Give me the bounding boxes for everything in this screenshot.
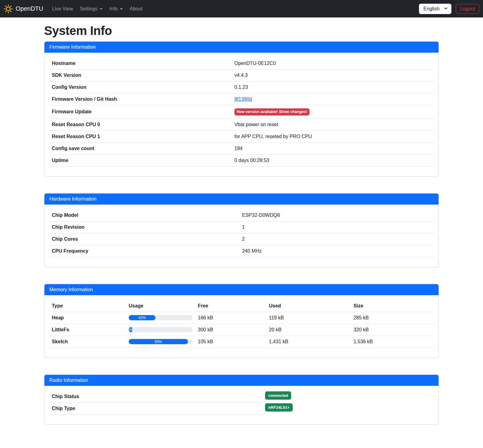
usage-progress-bar: 6% (129, 327, 132, 332)
table-row: SDK Versionv4.4.3 (49, 70, 434, 81)
nav-item-label: Info (109, 6, 118, 11)
chevron-down-icon (444, 6, 448, 12)
memory-card-body: TypeUsageFreeUsedSize Heap42%166 kB119 k… (44, 295, 439, 358)
row-value: 240 MHz (240, 245, 434, 257)
badge-cell: connected (264, 391, 291, 400)
nav-item-label: Settings (80, 6, 97, 11)
firmware-card-body: HostnameOpenDTU-0E12C0SDK Versionv4.4.3C… (44, 53, 439, 176)
size-cell: 1,536 kB (351, 336, 434, 348)
chip-status-badge: connected (265, 391, 291, 400)
firmware-update-badge[interactable]: New version available! Show changes! (234, 108, 310, 115)
language-select-value: English (424, 6, 439, 11)
usage-progress-bar: 93% (129, 339, 188, 344)
table-row: Reset Reason CPU 1for APP CPU, reseted b… (49, 130, 434, 142)
memory-table: TypeUsageFreeUsedSize Heap42%166 kB119 k… (49, 300, 434, 348)
usage-progress-label: 42% (138, 316, 146, 320)
radio-info-card: Radio Information Chip StatusconnectedCh… (44, 375, 439, 425)
chip-type-badge: nRF24L01+ (265, 403, 293, 412)
table-row: Chip Cores2 (49, 233, 434, 245)
row-label: Reset Reason CPU 1 (49, 130, 232, 142)
main-content: System Info Firmware Information Hostnam… (44, 24, 439, 425)
row-label: Hostname (49, 58, 232, 70)
nav-item-label: About (130, 6, 143, 11)
language-select[interactable]: English (419, 4, 451, 14)
free-cell: 166 kB (196, 312, 267, 324)
free-cell: 105 kB (196, 336, 267, 348)
table-row: Chip TypenRF24L01+ (49, 403, 434, 415)
nav-menu: Live ViewSettingsInfoAbout (49, 6, 146, 12)
memory-column-header: Type (49, 300, 126, 312)
memory-column-header: Size (351, 300, 434, 312)
git-hash-link[interactable]: 8f1390d (234, 96, 252, 102)
firmware-info-card: Firmware Information HostnameOpenDTU-0E1… (44, 41, 439, 177)
row-value: 1 (240, 221, 434, 233)
radio-table: Chip StatusconnectedChip TypenRF24L01+ (49, 391, 434, 415)
brand-link[interactable]: OpenDTU (4, 3, 43, 15)
chevron-down-icon (120, 8, 123, 10)
row-value: for APP CPU, reseted by PRO CPU (232, 130, 434, 142)
table-row: HostnameOpenDTU-0E12C0 (49, 58, 434, 70)
table-row: Config save count194 (49, 142, 434, 154)
usage-cell: 6% (126, 324, 196, 336)
memory-column-header: Used (267, 300, 351, 312)
row-label: Chip Revision (49, 221, 240, 233)
usage-progress-track: 42% (129, 315, 192, 320)
row-value: ESP32-D0WDQ6 (240, 209, 434, 221)
table-row: Chip ModelESP32-D0WDQ6 (49, 209, 434, 221)
table-row: Uptime0 days 00:28:53 (49, 154, 434, 166)
radio-card-header: Radio Information (44, 375, 439, 386)
row-label: Config Version (49, 81, 232, 93)
table-row: Firmware Version / Git Hash8f1390d (49, 93, 434, 105)
row-value: 194 (232, 142, 434, 154)
table-row: Chip Revision1 (49, 221, 434, 233)
used-cell: 119 kB (267, 312, 351, 324)
table-row: Sketch93%105 kB1,431 kB1,536 kB (49, 336, 434, 348)
badge-cell: nRF24L01+ (264, 403, 293, 412)
row-label: Firmware Update (49, 105, 232, 119)
navbar: OpenDTU Live ViewSettingsInfoAbout Engli… (0, 0, 483, 17)
hardware-card-body: Chip ModelESP32-D0WDQ6Chip Revision1Chip… (44, 205, 439, 267)
row-value: Vbat power on reset (232, 119, 434, 130)
row-label: Chip Type (49, 403, 264, 415)
row-label: Chip Cores (49, 233, 240, 245)
row-value: OpenDTU-0E12C0 (232, 58, 434, 70)
nav-item-about[interactable]: About (127, 4, 145, 14)
page-title: System Info (44, 24, 439, 38)
firmware-card-header: Firmware Information (44, 42, 439, 53)
row-value: New version available! Show changes! (232, 105, 434, 119)
hardware-info-card: Hardware Information Chip ModelESP32-D0W… (44, 193, 439, 267)
row-label: Chip Model (49, 209, 240, 221)
radio-card-body: Chip StatusconnectedChip TypenRF24L01+ (44, 386, 439, 424)
logout-button[interactable]: Logout (456, 4, 479, 14)
row-label: Sketch (49, 336, 126, 348)
row-value: 0 days 00:28:53 (232, 154, 434, 166)
navbar-right: English Logout (419, 4, 479, 14)
table-row: Chip Statusconnected (49, 391, 434, 403)
table-row: Config Version0.1.23 (49, 81, 434, 93)
hardware-card-header: Hardware Information (44, 194, 439, 205)
row-label: CPU Frequency (49, 245, 240, 257)
memory-column-header: Usage (126, 300, 196, 312)
usage-cell: 42% (126, 312, 196, 324)
usage-cell: 93% (126, 336, 196, 348)
row-label: Firmware Version / Git Hash (49, 93, 232, 105)
firmware-table: HostnameOpenDTU-0E12C0SDK Versionv4.4.3C… (49, 58, 434, 167)
row-label: Heap (49, 312, 126, 324)
sun-icon (4, 4, 13, 13)
nav-item-live-view[interactable]: Live View (50, 4, 75, 14)
nav-item-info[interactable]: Info (107, 4, 125, 14)
row-value: 0.1.23 (232, 81, 434, 93)
table-row: Heap42%166 kB119 kB285 kB (49, 312, 434, 324)
memory-column-header: Free (196, 300, 267, 312)
table-row: LittleFs6%300 kB20 kB320 kB (49, 324, 434, 336)
brand-label: OpenDTU (16, 5, 43, 12)
size-cell: 320 kB (351, 324, 434, 336)
row-label: Chip Status (49, 391, 264, 403)
row-value: 8f1390d (232, 93, 434, 105)
nav-item-settings[interactable]: Settings (77, 4, 105, 14)
used-cell: 1,431 kB (267, 336, 351, 348)
row-label: LittleFs (49, 324, 126, 336)
row-label: Uptime (49, 154, 232, 166)
free-cell: 300 kB (196, 324, 267, 336)
nav-item-label: Live View (52, 6, 73, 11)
